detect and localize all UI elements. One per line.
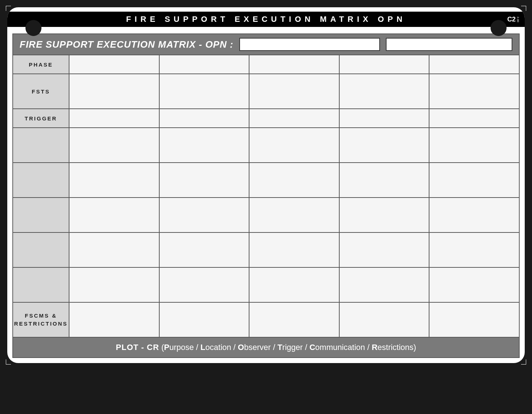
opn-field-2[interactable] — [386, 38, 512, 51]
cell-fsts-1[interactable] — [69, 74, 159, 109]
row-body-3 — [13, 198, 519, 232]
execution-matrix-table: PHASE FSTS TRIGGER — [12, 55, 520, 338]
cell-trigger-1[interactable] — [69, 109, 159, 128]
row-label-body-1[interactable] — [13, 128, 69, 163]
cell-b3-3[interactable] — [249, 198, 339, 232]
row-body-4 — [13, 232, 519, 267]
row-label-fsts: FSTS — [13, 74, 69, 109]
cell-fsts-5[interactable] — [429, 74, 519, 109]
cell-trigger-3[interactable] — [249, 109, 339, 128]
cell-fsts-3[interactable] — [249, 74, 339, 109]
cell-phase-1[interactable] — [69, 55, 159, 74]
cell-b2-2[interactable] — [159, 163, 249, 198]
row-label-phase: PHASE — [13, 55, 69, 74]
top-title-bar: FIRE SUPPORT EXECUTION MATRIX OPN C2 2.0… — [7, 12, 525, 27]
cell-b2-4[interactable] — [339, 163, 429, 198]
cell-b4-5[interactable] — [429, 232, 519, 267]
row-phase: PHASE — [13, 55, 519, 74]
cell-fscms-4[interactable] — [339, 302, 429, 337]
cell-phase-5[interactable] — [429, 55, 519, 74]
cell-phase-4[interactable] — [339, 55, 429, 74]
cell-b5-5[interactable] — [429, 267, 519, 302]
cell-b5-1[interactable] — [69, 267, 159, 302]
row-label-fscms: FSCMS & RESTRICTIONS — [13, 302, 69, 337]
cell-b3-5[interactable] — [429, 198, 519, 232]
cell-fscms-5[interactable] — [429, 302, 519, 337]
row-label-body-3[interactable] — [13, 198, 69, 232]
binder-hole-right — [491, 20, 507, 36]
cell-trigger-4[interactable] — [339, 109, 429, 128]
row-body-1 — [13, 128, 519, 163]
cell-b3-1[interactable] — [69, 198, 159, 232]
cell-trigger-2[interactable] — [159, 109, 249, 128]
cell-b5-2[interactable] — [159, 267, 249, 302]
cell-b2-5[interactable] — [429, 163, 519, 198]
cell-fsts-4[interactable] — [339, 74, 429, 109]
cell-b5-4[interactable] — [339, 267, 429, 302]
cell-fscms-3[interactable] — [249, 302, 339, 337]
row-body-5 — [13, 267, 519, 302]
opn-field-1[interactable] — [239, 38, 380, 51]
row-label-body-5[interactable] — [13, 267, 69, 302]
cell-b4-1[interactable] — [69, 232, 159, 267]
cell-b4-2[interactable] — [159, 232, 249, 267]
cell-b4-3[interactable] — [249, 232, 339, 267]
form-card: FIRE SUPPORT EXECUTION MATRIX OPN C2 2.0… — [7, 7, 525, 363]
cell-b1-2[interactable] — [159, 128, 249, 163]
row-trigger: TRIGGER — [13, 109, 519, 128]
cell-b5-3[interactable] — [249, 267, 339, 302]
form-header-title: FIRE SUPPORT EXECUTION MATRIX - OPN : — [20, 39, 233, 50]
cell-b3-4[interactable] — [339, 198, 429, 232]
cell-phase-2[interactable] — [159, 55, 249, 74]
cell-trigger-5[interactable] — [429, 109, 519, 128]
row-label-body-2[interactable] — [13, 163, 69, 198]
cell-b2-3[interactable] — [249, 163, 339, 198]
cell-fscms-2[interactable] — [159, 302, 249, 337]
footer-lead: PLOT - CR — [116, 343, 159, 352]
footer-legend: PLOT - CR (Purpose / Location / Observer… — [12, 338, 520, 358]
brand-mark: C2 2.00 — [507, 16, 520, 23]
cell-fscms-1[interactable] — [69, 302, 159, 337]
row-fscms: FSCMS & RESTRICTIONS — [13, 302, 519, 337]
top-title-text: FIRE SUPPORT EXECUTION MATRIX OPN — [126, 15, 406, 24]
cell-b1-4[interactable] — [339, 128, 429, 163]
cell-b1-1[interactable] — [69, 128, 159, 163]
cell-fsts-2[interactable] — [159, 74, 249, 109]
cell-phase-3[interactable] — [249, 55, 339, 74]
cell-b4-4[interactable] — [339, 232, 429, 267]
form-header-bar: FIRE SUPPORT EXECUTION MATRIX - OPN : — [12, 33, 520, 55]
row-label-trigger: TRIGGER — [13, 109, 69, 128]
row-fsts: FSTS — [13, 74, 519, 109]
row-label-body-4[interactable] — [13, 232, 69, 267]
cell-b2-1[interactable] — [69, 163, 159, 198]
binder-hole-left — [25, 20, 41, 36]
cell-b1-3[interactable] — [249, 128, 339, 163]
cell-b1-5[interactable] — [429, 128, 519, 163]
cell-b3-2[interactable] — [159, 198, 249, 232]
row-body-2 — [13, 163, 519, 198]
